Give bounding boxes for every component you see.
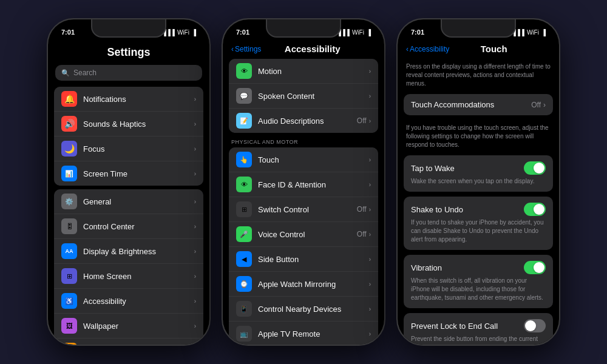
chevron-icon: › [194, 223, 196, 230]
chevron-icon: › [369, 306, 371, 312]
focus-icon: 🌙 [61, 141, 77, 157]
phones-container: 7:01 ▐▐▐ WiFi ▐ Settings 🔍 Search 🔔 N [47, 18, 560, 346]
motion-label: Motion [258, 67, 369, 76]
status-bar-2: 7:01 ▐▐▐ WiFi ▐ [223, 19, 384, 41]
settings-item-sounds[interactable]: 🔊 Sounds & Haptics › [54, 112, 203, 136]
touch-acc-right: Off › [531, 101, 546, 109]
touch-acc-title: Touch Accommodations [411, 100, 494, 109]
spoken-content-icon: 💬 [236, 88, 252, 104]
touch-back-button[interactable]: ‹ Accessibility [406, 45, 449, 53]
phone-accessibility: 7:01 ▐▐▐ WiFi ▐ ‹ Settings Accessibility [222, 18, 385, 346]
chevron-icon: › [194, 298, 196, 305]
touch-acc-chevron-icon: › [543, 101, 546, 109]
notifications-label: Notifications [83, 95, 194, 104]
chevron-icon: › [369, 157, 371, 163]
acc-item-switch-control[interactable]: ⊞ Switch Control Off › [229, 197, 378, 222]
prevent-lock-row: Prevent Lock to End Call Prevent the sid… [404, 313, 553, 345]
acc-item-appletv-remote[interactable]: 📺 Apple TV Remote › [229, 322, 378, 345]
sounds-label: Sounds & Haptics [83, 120, 194, 129]
status-icons-3: ▐▐▐ WiFi ▐ [512, 29, 546, 36]
homescreen-label: Home Screen [83, 272, 194, 281]
faceid-attention-icon: 👁 [236, 177, 252, 192]
chevron-icon: › [369, 256, 371, 263]
control-center-icon: 🎛 [61, 218, 77, 234]
acc-item-voice-control[interactable]: 🎤 Voice Control Off › [229, 222, 378, 247]
accessibility-top-group: 👁 Motion › 💬 Spoken Content › 📝 Audio De… [229, 59, 378, 133]
settings-item-notifications[interactable]: 🔔 Notifications › [54, 87, 203, 112]
shake-to-undo-toggle[interactable] [524, 203, 546, 216]
wifi-icon: WiFi [352, 29, 364, 36]
status-time-1: 7:01 [61, 29, 75, 36]
chevron-icon: › [194, 248, 196, 255]
acc-item-watch-mirroring[interactable]: ⌚ Apple Watch Mirroring › [229, 272, 378, 297]
vibration-toggle[interactable] [524, 261, 546, 274]
touch-back-label: Accessibility [410, 45, 449, 53]
side-button-icon: ◀ [236, 251, 252, 267]
signal-icon: ▐▐▐ [337, 29, 350, 36]
touch-acc-desc: If you have trouble using the touch scre… [398, 120, 559, 155]
tap-to-wake-desc: Wake the screen when you tap on the disp… [411, 177, 546, 186]
watch-mirroring-label: Apple Watch Mirroring [258, 280, 369, 289]
battery-icon: ▐ [367, 29, 371, 36]
back-chevron-icon: ‹ [231, 45, 234, 53]
acc-item-audio-descriptions[interactable]: 📝 Audio Descriptions Off › [229, 109, 378, 133]
settings-item-general[interactable]: ⚙️ General › [54, 189, 203, 214]
settings-item-accessibility[interactable]: ♿ Accessibility › [54, 289, 203, 314]
settings-item-screentime[interactable]: 📊 Screen Time › [54, 161, 203, 186]
notifications-icon: 🔔 [61, 91, 77, 107]
settings-item-focus[interactable]: 🌙 Focus › [54, 136, 203, 161]
chevron-icon: › [194, 146, 196, 152]
prevent-lock-toggle[interactable] [524, 319, 546, 332]
shake-to-undo-desc: If you tend to shake your iPhone by acci… [411, 218, 546, 244]
acc-item-faceid-attention[interactable]: 👁 Face ID & Attention › [229, 172, 378, 197]
settings-item-control-center[interactable]: 🎛 Control Center › [54, 214, 203, 239]
general-label: General [83, 197, 194, 206]
signal-icon: ▐▐▐ [512, 29, 524, 36]
tap-to-wake-row: Tap to Wake Wake the screen when you tap… [404, 155, 553, 192]
settings-item-homescreen[interactable]: ⊞ Home Screen › [54, 264, 203, 289]
chevron-icon: › [369, 331, 371, 337]
appletv-remote-label: Apple TV Remote [258, 329, 369, 339]
switch-control-label: Switch Control [258, 205, 357, 214]
spoken-content-label: Spoken Content [258, 92, 369, 101]
touch-accommodations-row[interactable]: Touch Accommodations Off › [404, 94, 553, 115]
general-icon: ⚙️ [61, 194, 77, 209]
audio-desc-icon: 📝 [236, 113, 252, 129]
chevron-icon: › [369, 281, 371, 288]
touch-description: Press on the display using a different l… [398, 59, 559, 94]
audio-desc-value: Off [357, 116, 367, 125]
back-chevron-icon: ‹ [406, 45, 409, 53]
acc-item-control-nearby[interactable]: 📱 Control Nearby Devices › [229, 297, 378, 322]
tap-to-wake-toggle[interactable] [524, 161, 546, 175]
acc-item-side-button[interactable]: ◀ Side Button › [229, 247, 378, 272]
vibration-desc: When this switch is off, all vibration o… [411, 277, 546, 302]
accessibility-nav-title: Accessibility [261, 44, 364, 54]
settings-item-siri[interactable]: ◎ Siri & Search › [54, 339, 203, 345]
touch-nav: ‹ Accessibility Touch [398, 41, 559, 59]
settings-item-wallpaper[interactable]: 🖼 Wallpaper › [54, 314, 203, 339]
chevron-icon: › [369, 181, 371, 188]
back-label: Settings [235, 45, 261, 53]
settings-item-display[interactable]: AA Display & Brightness › [54, 239, 203, 264]
chevron-icon: › [194, 323, 196, 329]
voice-control-icon: 🎤 [236, 226, 252, 242]
screentime-label: Screen Time [83, 169, 194, 178]
status-time-2: 7:01 [236, 29, 249, 36]
sounds-icon: 🔊 [61, 116, 77, 132]
shake-to-undo-row: Shake to Undo If you tend to shake your … [404, 197, 553, 250]
accessibility-label: Accessibility [83, 297, 194, 306]
switch-control-icon: ⊞ [236, 201, 252, 217]
settings-search-bar[interactable]: 🔍 Search [55, 65, 202, 81]
touch-screen: ‹ Accessibility Touch Press on the displ… [398, 41, 559, 345]
acc-item-spoken-content[interactable]: 💬 Spoken Content › [229, 84, 378, 109]
acc-item-touch[interactable]: 👆 Touch › [229, 147, 378, 172]
back-button[interactable]: ‹ Settings [231, 45, 261, 53]
appletv-remote-icon: 📺 [236, 326, 252, 342]
prevent-lock-title: Prevent Lock to End Call [411, 322, 498, 331]
control-nearby-icon: 📱 [236, 301, 252, 317]
touch-label: Touch [258, 155, 369, 164]
search-placeholder: Search [73, 69, 97, 77]
physical-motor-header: PHYSICAL AND MOTOR [223, 136, 384, 147]
acc-item-motion[interactable]: 👁 Motion › [229, 59, 378, 84]
prevent-lock-desc: Prevent the side button from ending the … [411, 335, 546, 345]
